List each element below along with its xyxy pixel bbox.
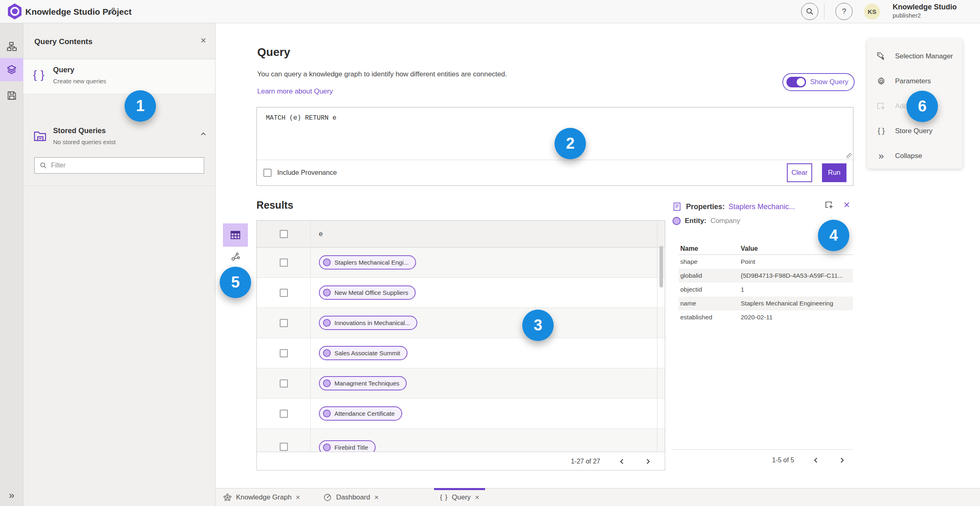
table-row[interactable]: Innovations in Mechanical... [257, 308, 665, 338]
results-pagination: 1-27 of 27 [257, 452, 665, 470]
query-contents-panel: Query Contents × { } Query Create new qu… [23, 23, 216, 506]
tab-knowledge-graph[interactable]: Knowledge Graph × [217, 488, 306, 506]
link-chart-icon [231, 252, 241, 262]
menu-item-selection-manager[interactable]: Selection Manager [867, 44, 962, 69]
rail-item-save[interactable] [0, 84, 23, 107]
stored-queries-section: Stored Queries No stored queries exist [23, 99, 215, 186]
resize-handle[interactable] [846, 153, 852, 158]
select-all-checkbox[interactable] [280, 230, 288, 238]
toggle-switch-icon [786, 77, 806, 87]
help-button[interactable]: ? [835, 3, 853, 20]
table-row[interactable]: Attendance Certificate [257, 399, 665, 429]
learn-more-link[interactable]: Learn more about Query [257, 87, 333, 96]
property-row: name Staplers Mechanical Engineering [679, 296, 853, 310]
avatar[interactable]: KS [864, 4, 880, 20]
row-checkbox[interactable] [280, 319, 288, 327]
entity-chip[interactable]: Sales Associate Summit [319, 346, 408, 360]
row-checkbox[interactable] [280, 349, 288, 357]
search-button[interactable] [801, 3, 818, 20]
prop-name: objectid [679, 286, 741, 293]
entity-type: Company [710, 217, 740, 225]
include-provenance-checkbox[interactable] [263, 169, 272, 177]
row-checkbox[interactable] [280, 410, 288, 418]
table-row[interactable]: Managment Techniques [257, 368, 665, 399]
entity-chip-label: Firebird Title [334, 444, 368, 451]
table-row[interactable]: Firebird Title [257, 429, 665, 452]
query-heading: Query [257, 46, 290, 59]
link-chart-view-button[interactable] [229, 250, 243, 264]
query-textarea[interactable]: MATCH (e) RETURN e [257, 107, 853, 160]
top-bar: Knowledge Studio Project ? KS Knowledge … [0, 0, 980, 23]
close-tab-icon[interactable]: × [374, 493, 379, 501]
entity-chip-label: Innovations in Mechanical... [334, 319, 410, 326]
chevron-left-icon [813, 457, 819, 464]
braces-icon: { } [33, 69, 45, 81]
collapse-icon: » [876, 150, 886, 162]
entity-dot-icon [323, 349, 331, 357]
menu-item-parameters[interactable]: Parameters [867, 69, 962, 94]
row-checkbox[interactable] [280, 259, 288, 267]
close-panel-icon[interactable]: × [200, 36, 206, 45]
table-row[interactable]: New Metal Office Suppliers [257, 278, 665, 308]
stored-queries-icon [33, 129, 47, 143]
callout-badge-1: 1 [125, 90, 156, 122]
chevron-right-icon [839, 457, 845, 464]
properties-next-button[interactable] [837, 455, 846, 465]
table-row[interactable]: Sales Associate Summit [257, 338, 665, 368]
contents-item-query[interactable]: { } Query Create new queries [23, 60, 215, 94]
entity-chip[interactable]: Managment Techniques [319, 376, 407, 390]
property-row: established 2020-02-11 [679, 310, 853, 324]
expand-rail-button[interactable]: » [0, 490, 23, 501]
menu-label: Parameters [895, 77, 931, 85]
properties-table: Name Value shape Point globalid {5D9B471… [679, 243, 853, 324]
entity-row: Entity: Company [673, 217, 740, 225]
row-checkbox[interactable] [280, 443, 288, 451]
close-tab-icon[interactable]: × [475, 493, 479, 501]
entity-chip[interactable]: Innovations in Mechanical... [319, 316, 417, 330]
properties-close-icon[interactable]: × [844, 199, 850, 210]
table-view-button[interactable] [223, 223, 248, 247]
entity-chip[interactable]: Attendance Certificate [319, 406, 402, 421]
filter-input[interactable] [51, 162, 199, 169]
property-row: globalid {5D9B4713-F98D-4A53-A59F-C11... [679, 269, 853, 283]
layers-icon [6, 64, 17, 75]
entity-chip[interactable]: New Metal Office Suppliers [319, 285, 416, 300]
results-table: e Staplers Mechanical Engi... New Metal … [256, 220, 665, 470]
results-next-button[interactable] [644, 457, 653, 466]
callout-badge-6: 6 [906, 91, 938, 122]
bottom-tab-bar: Knowledge Graph × Dashboard × { } Query … [216, 488, 980, 506]
results-prev-button[interactable] [617, 457, 626, 466]
callout-badge-4: 4 [818, 220, 849, 251]
properties-prev-button[interactable] [811, 455, 820, 465]
menu-label: Store Query [895, 127, 933, 135]
include-provenance-label: Include Provenance [277, 169, 337, 176]
menu-item-store-query[interactable]: { } Store Query [867, 118, 962, 143]
properties-entity-link[interactable]: Staplers Mechanic... [728, 203, 795, 211]
edit-title-icon[interactable] [106, 7, 116, 16]
table-row[interactable]: Staplers Mechanical Engi... [257, 247, 665, 278]
row-checkbox[interactable] [280, 289, 288, 297]
chevron-right-icon [645, 458, 651, 465]
entity-chip-label: Managment Techniques [334, 380, 399, 387]
menu-item-collapse[interactable]: » Collapse [867, 143, 962, 168]
clear-button[interactable]: Clear [787, 163, 812, 182]
tab-query[interactable]: { } Query × [434, 488, 485, 506]
entity-chip[interactable]: Firebird Title [319, 440, 376, 452]
row-checkbox[interactable] [280, 379, 288, 388]
show-query-toggle[interactable]: Show Query [782, 73, 855, 91]
filter-search-icon [40, 162, 47, 169]
chevron-up-icon[interactable] [200, 130, 207, 138]
callout-badge-3: 3 [522, 310, 554, 341]
entity-chip-label: Attendance Certificate [334, 410, 395, 417]
rail-item-data-model[interactable] [0, 35, 23, 58]
entity-chip[interactable]: Staplers Mechanical Engi... [319, 255, 416, 270]
stored-queries-subtitle: No stored queries exist [53, 138, 116, 145]
run-button[interactable]: Run [822, 163, 846, 182]
knowledge-graph-icon [223, 493, 232, 502]
scrollbar-thumb[interactable] [659, 246, 663, 288]
rail-item-contents[interactable] [0, 58, 23, 81]
close-tab-icon[interactable]: × [296, 493, 300, 501]
tab-dashboard[interactable]: Dashboard × [317, 488, 384, 506]
add-to-selection-icon[interactable] [824, 200, 834, 210]
entity-chip-label: Staplers Mechanical Engi... [334, 259, 409, 266]
